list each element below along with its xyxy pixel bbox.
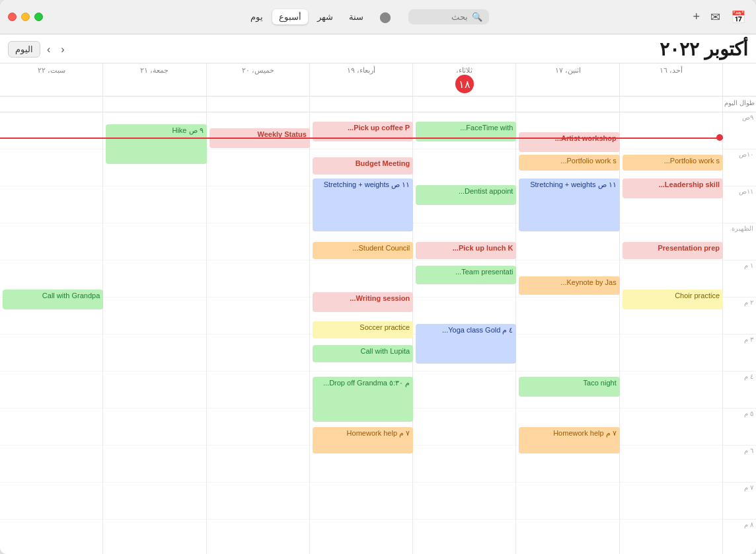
time-cell-r6-c5[interactable] bbox=[103, 335, 206, 372]
time-cell-r6-c1[interactable] bbox=[516, 335, 619, 372]
time-cell-r5-c5[interactable] bbox=[103, 297, 206, 335]
search-input[interactable] bbox=[415, 12, 468, 22]
event-team-presentati[interactable]: Team presentati... bbox=[416, 266, 516, 284]
view-month-button[interactable]: شهر bbox=[311, 9, 340, 24]
time-cell-r10-c3[interactable] bbox=[310, 483, 413, 520]
time-cell-r8-c2[interactable] bbox=[413, 409, 516, 446]
event-pick-up-lunch[interactable]: Pick up lunch K... bbox=[416, 242, 516, 259]
time-cell-r8-c5[interactable] bbox=[103, 409, 206, 446]
time-cell-r3-c6[interactable] bbox=[0, 223, 103, 260]
traffic-lights bbox=[8, 13, 43, 21]
time-cell-r6-c6[interactable] bbox=[0, 335, 103, 372]
event-stretching-weights-2[interactable]: ١١ ص Stretching + weights bbox=[519, 178, 619, 231]
time-cell-r0-c6[interactable] bbox=[0, 112, 103, 149]
siri-icon[interactable]: ⬤ bbox=[379, 11, 391, 23]
event-call-with-lupita[interactable]: Call with Lupita bbox=[313, 345, 413, 362]
time-cell-r2-c6[interactable] bbox=[0, 186, 103, 223]
time-cell-r11-c2[interactable] bbox=[413, 520, 516, 554]
event-yoga-class[interactable]: ٤ م Yoga class Gold... bbox=[416, 324, 516, 364]
event-homework-help-2[interactable]: ٧ م Homework help bbox=[519, 427, 619, 454]
time-cell-r9-c4[interactable] bbox=[207, 446, 310, 483]
time-cell-r10-c6[interactable] bbox=[0, 483, 103, 520]
time-cell-r9-c6[interactable] bbox=[0, 446, 103, 483]
event-writing-session[interactable]: Writing session... bbox=[313, 292, 413, 312]
view-year-button[interactable]: سنة bbox=[342, 9, 370, 24]
time-cell-r10-c5[interactable] bbox=[103, 483, 206, 520]
event-choir-practice[interactable]: Choir practice bbox=[623, 290, 723, 309]
time-cell-r1-c6[interactable] bbox=[0, 149, 103, 186]
event-hike[interactable]: ٩ ص Hike bbox=[106, 124, 206, 164]
time-cell-r5-c4[interactable] bbox=[207, 297, 310, 335]
time-cell-r9-c0[interactable] bbox=[620, 446, 723, 483]
next-week-button[interactable]: › bbox=[57, 42, 68, 57]
time-cell-r7-c0[interactable] bbox=[620, 372, 723, 409]
view-week-button[interactable]: أسبوع bbox=[272, 9, 308, 24]
event-budget-meeting[interactable]: Budget Meeting bbox=[313, 157, 413, 175]
time-cell-r0-c0[interactable] bbox=[620, 112, 723, 149]
event-drop-off-grandma[interactable]: م ٥:٣٠ Drop off Grandma... bbox=[313, 377, 413, 422]
view-day-button[interactable]: يوم bbox=[244, 9, 270, 24]
time-label-8: ٥ م bbox=[723, 409, 756, 446]
time-cell-r3-c4[interactable] bbox=[207, 223, 310, 260]
add-event-button[interactable]: + bbox=[690, 7, 702, 26]
minimize-button[interactable] bbox=[21, 13, 30, 21]
time-cell-r11-c5[interactable] bbox=[103, 520, 206, 554]
time-cell-r11-c6[interactable] bbox=[0, 520, 103, 554]
time-cell-r2-c5[interactable] bbox=[103, 186, 206, 223]
event-soccer-practice[interactable]: Soccer practice bbox=[313, 321, 413, 338]
time-cell-r2-c4[interactable] bbox=[207, 186, 310, 223]
time-cell-r7-c5[interactable] bbox=[103, 372, 206, 409]
day-name-tue: ثلاثاء، bbox=[414, 66, 514, 75]
time-cell-r11-c0[interactable] bbox=[620, 520, 723, 554]
today-button[interactable]: اليوم bbox=[8, 41, 40, 58]
time-cell-r6-c0[interactable] bbox=[620, 335, 723, 372]
prev-week-button[interactable]: ‹ bbox=[43, 42, 54, 57]
calendar-list-button[interactable]: 📅 bbox=[728, 7, 748, 27]
event-stretching-weights-1[interactable]: ١١ ص Stretching + weights bbox=[313, 178, 413, 231]
time-cell-r10-c2[interactable] bbox=[413, 483, 516, 520]
time-cell-r8-c4[interactable] bbox=[207, 409, 310, 446]
event-leadership-skill[interactable]: Leadership skill... bbox=[623, 178, 723, 198]
time-cell-r11-c4[interactable] bbox=[207, 520, 310, 554]
event-weekly-status[interactable]: Weekly Status bbox=[209, 128, 310, 148]
event-taco-night[interactable]: Taco night bbox=[519, 377, 619, 397]
view-buttons: سنة شهر أسبوع يوم bbox=[244, 9, 370, 24]
time-cell-r3-c5[interactable] bbox=[103, 223, 206, 260]
time-cell-r8-c6[interactable] bbox=[0, 409, 103, 446]
maximize-button[interactable] bbox=[34, 13, 43, 21]
event-presentation-prep[interactable]: Presentation prep bbox=[623, 242, 723, 259]
time-cell-r9-c5[interactable] bbox=[103, 446, 206, 483]
event-call-with-grandpa[interactable]: Call with Grandpa bbox=[3, 290, 103, 309]
time-cell-r11-c3[interactable] bbox=[310, 520, 413, 554]
event-homework-help-1[interactable]: ٧ م Homework help bbox=[313, 427, 413, 454]
time-cell-r8-c0[interactable] bbox=[620, 409, 723, 446]
event-artist-workshop[interactable]: Artist workshop... bbox=[519, 132, 619, 152]
search-box[interactable]: 🔍 bbox=[408, 9, 489, 24]
time-cell-r10-c4[interactable] bbox=[207, 483, 310, 520]
time-cell-r6-c4[interactable] bbox=[207, 335, 310, 372]
time-cell-r11-c1[interactable] bbox=[516, 520, 619, 554]
event-student-council[interactable]: Student Council... bbox=[313, 242, 413, 259]
mail-icon-button[interactable]: ✉ bbox=[708, 7, 723, 27]
time-cell-r9-c2[interactable] bbox=[413, 446, 516, 483]
day-name-sat: سبت، ٢٢ bbox=[1, 66, 101, 75]
time-cell-r7-c4[interactable] bbox=[207, 372, 310, 409]
time-cell-r1-c4[interactable] bbox=[207, 149, 310, 186]
close-button[interactable] bbox=[8, 13, 17, 21]
event-facetime-with[interactable]: FaceTime with... bbox=[416, 122, 516, 141]
time-cell-r4-c5[interactable] bbox=[103, 260, 206, 297]
time-cell-r10-c1[interactable] bbox=[516, 483, 619, 520]
event-dentist-appoint[interactable]: Dentist appoint... bbox=[416, 185, 516, 205]
time-cell-r7-c2[interactable] bbox=[413, 372, 516, 409]
event-keynote-by-jas[interactable]: Keynote by Jas... bbox=[519, 276, 619, 295]
time-cell-r4-c4[interactable] bbox=[207, 260, 310, 297]
time-cell-r10-c0[interactable] bbox=[620, 483, 723, 520]
day-header-thu: خميس، ٢٠ bbox=[207, 63, 310, 96]
time-cell-r1-c2[interactable] bbox=[413, 149, 516, 186]
time-cell-r7-c6[interactable] bbox=[0, 372, 103, 409]
event-portfolio-work-s-1[interactable]: Portfolio work s... bbox=[623, 155, 723, 171]
time-cell-r5-c1[interactable] bbox=[516, 297, 619, 335]
time-label-0: ٩ص bbox=[723, 112, 756, 149]
event-portfolio-work-s-2[interactable]: Portfolio work s... bbox=[519, 155, 619, 171]
event-pick-up-coffee[interactable]: Pick up coffee P... bbox=[313, 122, 413, 141]
